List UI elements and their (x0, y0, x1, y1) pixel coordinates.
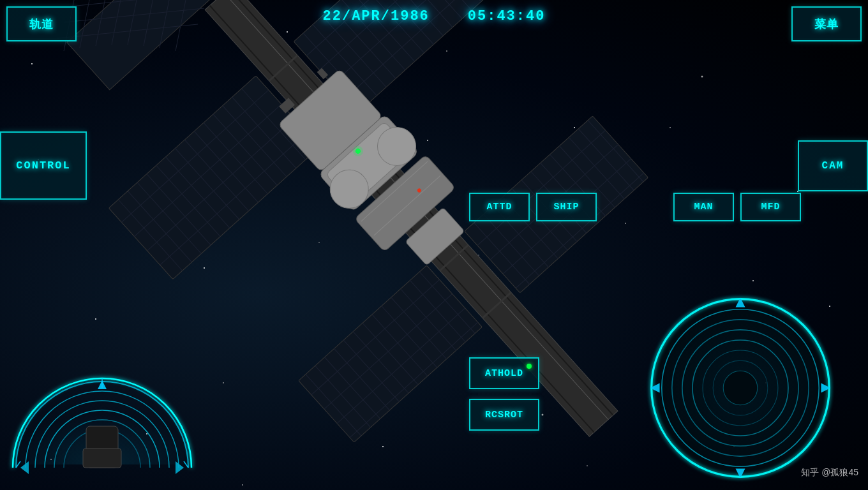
svg-point-5 (701, 76, 703, 78)
ship-button[interactable]: SHIP (536, 193, 597, 221)
svg-point-14 (287, 31, 288, 33)
man-button[interactable]: MAN (673, 193, 734, 221)
svg-point-12 (829, 306, 830, 307)
svg-point-4 (574, 127, 575, 128)
svg-point-22 (670, 127, 671, 128)
svg-point-9 (382, 446, 384, 447)
svg-point-20 (318, 242, 320, 243)
svg-point-24 (427, 140, 428, 141)
svg-point-27 (242, 484, 243, 486)
svg-point-0 (31, 63, 33, 64)
svg-point-7 (95, 318, 96, 320)
svg-point-18 (765, 382, 767, 383)
svg-point-15 (733, 446, 735, 447)
rcsrot-button[interactable]: RCSROT (469, 399, 539, 431)
svg-rect-126 (67, 0, 214, 90)
attd-button[interactable]: ATTD (469, 193, 530, 221)
svg-point-17 (204, 267, 205, 269)
control-button[interactable]: CONTROL (0, 131, 87, 200)
svg-point-26 (752, 280, 754, 281)
svg-point-10 (542, 414, 544, 416)
athold-button[interactable]: ATHOLD (469, 357, 539, 389)
svg-point-23 (146, 433, 147, 434)
svg-point-25 (587, 465, 588, 466)
svg-point-8 (223, 382, 224, 383)
svg-point-11 (670, 350, 671, 352)
svg-point-3 (446, 50, 447, 52)
cam-button[interactable]: CAM (798, 140, 868, 191)
svg-point-13 (50, 459, 52, 460)
mfd-button[interactable]: MFD (740, 193, 801, 221)
svg-point-16 (625, 223, 626, 224)
menu-button[interactable]: 菜单 (791, 6, 862, 41)
orbit-button[interactable]: 轨道 (6, 6, 77, 41)
